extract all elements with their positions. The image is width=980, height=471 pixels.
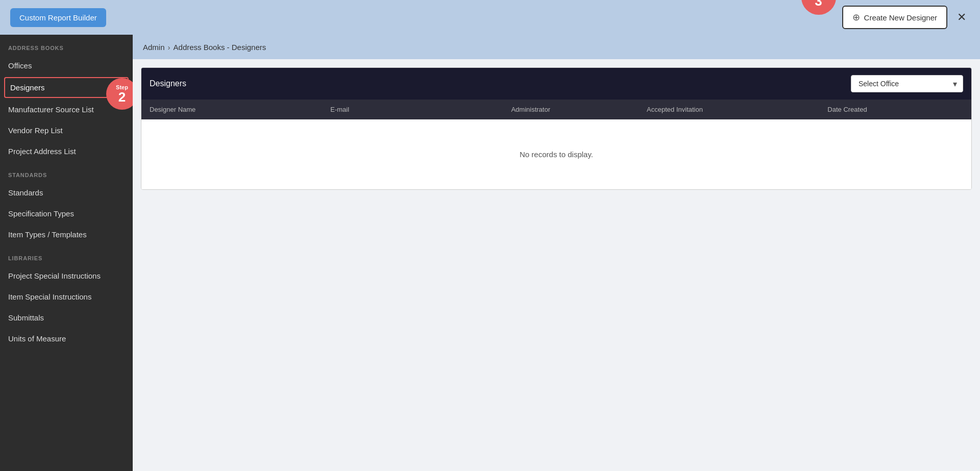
step-2-number: 2 <box>118 90 126 104</box>
step-3-badge: Step 3 <box>801 0 836 15</box>
breadcrumb-page: Address Books - Designers <box>174 43 266 52</box>
close-icon: ✕ <box>957 11 966 24</box>
breadcrumb-bar: Admin › Address Books - Designers <box>133 35 980 59</box>
close-button[interactable]: ✕ <box>953 9 970 26</box>
top-bar-left: Custom Report Builder <box>10 8 106 27</box>
table-title: Designers <box>150 79 843 88</box>
sidebar-item-project-special-instructions[interactable]: Project Special Instructions <box>0 265 133 286</box>
col-header-accepted-invitation: Accepted Invitation <box>647 106 827 113</box>
col-header-designer-name: Designer Name <box>150 106 330 113</box>
col-header-date-created: Date Created <box>827 106 963 113</box>
col-header-email: E-mail <box>330 106 511 113</box>
sidebar: ADDRESS BOOKS Offices Step 2 Designers M… <box>0 35 133 471</box>
top-bar-right: Step 3 ⊕ Create New Designer ✕ <box>842 6 970 29</box>
sidebar-item-item-types-templates[interactable]: Item Types / Templates <box>0 224 133 245</box>
sidebar-item-vendor-rep-list[interactable]: Vendor Rep List <box>0 120 133 141</box>
sidebar-item-item-special-instructions[interactable]: Item Special Instructions <box>0 286 133 307</box>
breadcrumb-separator: › <box>168 43 170 52</box>
breadcrumb-root: Admin <box>143 43 165 52</box>
main-layout: ADDRESS BOOKS Offices Step 2 Designers M… <box>0 35 980 471</box>
column-headers: Designer Name E-mail Administrator Accep… <box>141 100 971 119</box>
create-designer-label: Create New Designer <box>864 13 937 22</box>
sidebar-section-libraries: LIBRARIES <box>0 245 133 265</box>
table-wrapper: Designers Select Office Designer Name E-… <box>133 59 980 471</box>
select-office-dropdown[interactable]: Select Office <box>851 75 963 92</box>
sidebar-item-standards[interactable]: Standards <box>0 182 133 203</box>
table-container: Designers Select Office Designer Name E-… <box>141 67 972 190</box>
select-office-wrapper: Select Office <box>851 75 963 92</box>
plus-circle-icon: ⊕ <box>852 12 860 23</box>
sidebar-section-standards: STANDARDS <box>0 162 133 182</box>
create-new-designer-button[interactable]: ⊕ Create New Designer <box>842 6 947 29</box>
no-records-message: No records to display. <box>141 119 971 189</box>
top-bar: Custom Report Builder Step 3 ⊕ Create Ne… <box>0 0 980 35</box>
col-header-administrator: Administrator <box>511 106 647 113</box>
sidebar-section-address-books: ADDRESS BOOKS <box>0 35 133 55</box>
sidebar-item-submittals[interactable]: Submittals <box>0 307 133 328</box>
sidebar-item-offices[interactable]: Offices <box>0 55 133 76</box>
content-area: Admin › Address Books - Designers Design… <box>133 35 980 471</box>
step-3-number: 3 <box>815 0 822 8</box>
sidebar-item-units-of-measure[interactable]: Units of Measure <box>0 328 133 349</box>
custom-report-button[interactable]: Custom Report Builder <box>10 8 106 27</box>
sidebar-item-specification-types[interactable]: Specification Types <box>0 203 133 224</box>
table-header-row: Designers Select Office <box>141 68 971 100</box>
sidebar-item-project-address-list[interactable]: Project Address List <box>0 141 133 162</box>
